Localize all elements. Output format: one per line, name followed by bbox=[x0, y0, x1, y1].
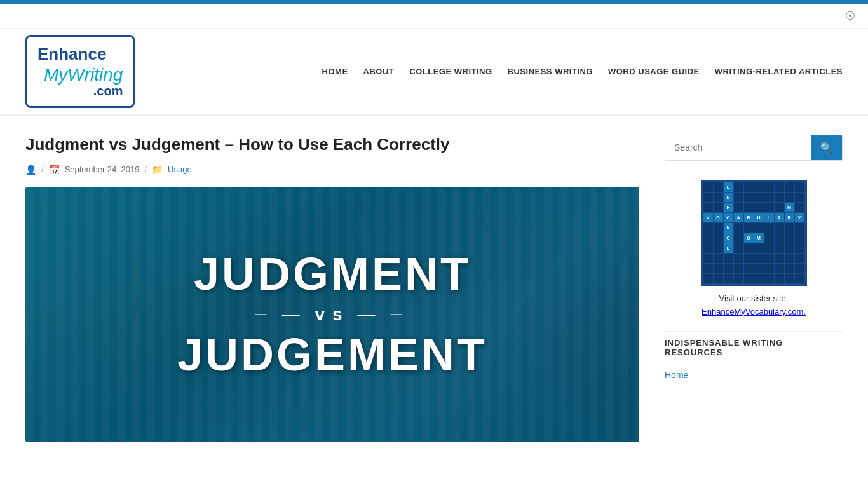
nav-college-writing[interactable]: COLLEGE WRITING bbox=[409, 67, 492, 76]
hero-image: JUDGMENT — vs — JUDGEMENT bbox=[25, 187, 639, 442]
logo-box: Enhance MyWriting .com bbox=[25, 35, 135, 108]
article-category[interactable]: Usage bbox=[168, 165, 192, 174]
vs-dashes-right: — bbox=[358, 304, 383, 325]
resources-list: Home bbox=[665, 366, 843, 384]
nav-word-usage[interactable]: WORD USAGE GUIDE bbox=[608, 67, 700, 76]
article-meta: 👤 / 📅 September 24, 2019 / 📁 Usage bbox=[25, 165, 639, 175]
sidebar: 🔍 E N bbox=[665, 135, 843, 442]
hero-vs: — vs — bbox=[255, 304, 409, 325]
logo[interactable]: Enhance MyWriting .com bbox=[25, 35, 165, 108]
nav-home[interactable]: HOME bbox=[322, 67, 348, 76]
top-icons-bar: ☉ bbox=[0, 4, 868, 29]
resource-link-home[interactable]: Home bbox=[665, 370, 688, 380]
main-container: Judgment vs Judgement – How to Use Each … bbox=[0, 116, 868, 461]
vs-dashes-left: — bbox=[281, 304, 307, 325]
folder-icon: 📁 bbox=[152, 165, 163, 175]
vocab-widget[interactable]: E N bbox=[665, 180, 843, 319]
search-input[interactable] bbox=[665, 136, 811, 159]
meta-sep-1: / bbox=[41, 165, 44, 174]
search-button[interactable]: 🔍 bbox=[811, 135, 842, 160]
main-nav: HOME ABOUT COLLEGE WRITING BUSINESS WRIT… bbox=[165, 67, 843, 76]
logo-mywriting: MyWriting bbox=[44, 64, 123, 86]
vocab-grid: E N bbox=[701, 180, 807, 286]
author-icon: 👤 bbox=[25, 165, 36, 175]
list-item: Home bbox=[665, 366, 843, 384]
sister-site-text: Visit our sister site, EnhanceMyVocabula… bbox=[665, 292, 843, 319]
hero-word2: JUDGEMENT bbox=[177, 330, 487, 380]
rss-icon[interactable]: ☉ bbox=[845, 9, 855, 23]
search-box: 🔍 bbox=[665, 135, 843, 161]
article-date: September 24, 2019 bbox=[65, 165, 140, 174]
logo-enhance: Enhance bbox=[37, 44, 123, 64]
resources-section: INDISPENSABLE WRITING RESOURCES Home bbox=[665, 331, 843, 384]
vs-text: vs bbox=[315, 304, 349, 325]
hero-word1: JUDGMENT bbox=[194, 249, 471, 299]
sister-site-link[interactable]: EnhanceMyVocabulary.com. bbox=[702, 307, 806, 316]
site-header: Enhance MyWriting .com HOME ABOUT COLLEG… bbox=[0, 29, 868, 116]
nav-business-writing[interactable]: BUSINESS WRITING bbox=[508, 67, 593, 76]
resources-heading: INDISPENSABLE WRITING RESOURCES bbox=[665, 331, 843, 357]
article-section: Judgment vs Judgement – How to Use Each … bbox=[25, 135, 639, 442]
nav-articles[interactable]: WRITING-RELATED ARTICLES bbox=[715, 67, 843, 76]
meta-sep-2: / bbox=[144, 165, 147, 174]
search-icon: 🔍 bbox=[820, 142, 833, 153]
nav-about[interactable]: ABOUT bbox=[363, 67, 395, 76]
article-title: Judgment vs Judgement – How to Use Each … bbox=[25, 135, 639, 154]
calendar-icon: 📅 bbox=[49, 165, 60, 175]
